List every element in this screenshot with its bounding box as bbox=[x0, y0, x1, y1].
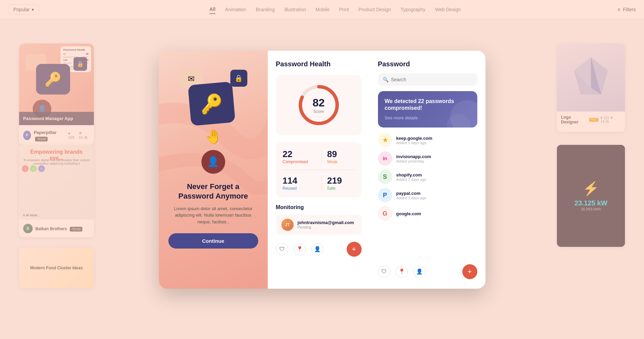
reused-label: Reused bbox=[283, 186, 316, 191]
person-icon: 👤 bbox=[207, 156, 219, 167]
monitoring-item: JT johntravnisma@gmail.com Pending bbox=[276, 215, 362, 235]
score-container: 82 Score bbox=[276, 75, 362, 135]
google-icon: G bbox=[378, 206, 392, 221]
key-card: 🔑 bbox=[188, 81, 235, 126]
passwords-title: Password bbox=[378, 60, 477, 68]
compromised-number: 22 bbox=[283, 149, 316, 159]
hand-icon: 🤚 bbox=[205, 129, 222, 145]
keep-icon: ★ bbox=[378, 133, 392, 147]
health-panel: Password Health 82 Score bbox=[268, 51, 370, 289]
monitoring-status: Pending bbox=[298, 225, 354, 229]
shield-icon-btn[interactable]: 🛡 bbox=[276, 243, 288, 255]
keep-info: keep.google.com Added 3 days ago bbox=[396, 136, 432, 145]
alert-link[interactable]: See more details bbox=[385, 115, 418, 120]
keep-domain: keep.google.com bbox=[396, 136, 432, 141]
compromised-label: Compromised bbox=[283, 159, 316, 164]
monitoring-email: johntravnisma@gmail.com bbox=[298, 220, 354, 225]
shopify-added: Added 2 days ago bbox=[396, 177, 427, 182]
reused-number: 114 bbox=[283, 175, 316, 186]
safe-number: 219 bbox=[327, 175, 355, 186]
add-button2[interactable]: + bbox=[462, 264, 477, 279]
health-bottom-icons: 🛡 📍 👤 + bbox=[276, 242, 362, 257]
monitoring-title: Monitoring bbox=[276, 204, 362, 210]
location-icon-btn[interactable]: 📍 bbox=[294, 243, 306, 255]
monitoring-info: johntravnisma@gmail.com Pending bbox=[298, 220, 354, 229]
stat-reused: 114 Reused bbox=[283, 175, 316, 191]
modal-overlay: ✉ 🔒 🔑 🤚 👤 Never Forget a Password Anymor… bbox=[0, 0, 644, 339]
location-icon-btn2[interactable]: 📍 bbox=[396, 266, 408, 278]
search-box[interactable]: 🔍 bbox=[378, 73, 477, 86]
password-item-invision[interactable]: in invisionapp.com Added yesterday bbox=[378, 151, 477, 166]
invision-added: Added yesterday bbox=[396, 159, 431, 163]
google-info: google.com bbox=[396, 211, 421, 216]
paypal-info: paypal.com Added 3 days ago bbox=[396, 191, 427, 200]
shield-icon-btn2[interactable]: 🛡 bbox=[378, 266, 390, 278]
password-item-paypal[interactable]: P paypal.com Added 3 days ago bbox=[378, 188, 477, 202]
search-icon: 🔍 bbox=[383, 77, 389, 82]
modal-container: ✉ 🔒 🔑 🤚 👤 Never Forget a Password Anymor… bbox=[159, 51, 485, 289]
invision-icon: in bbox=[378, 151, 392, 166]
score-text: 82 Score bbox=[313, 96, 325, 114]
stats-divider bbox=[283, 170, 355, 170]
user-icon-btn2[interactable]: 👤 bbox=[413, 266, 426, 278]
monitoring-section: Monitoring JT johntravnisma@gmail.com Pe… bbox=[276, 204, 362, 235]
passwords-bottom-icons: 🛡 📍 👤 + bbox=[378, 264, 477, 279]
weak-label: Weak bbox=[327, 159, 355, 164]
shopify-domain: shopify.com bbox=[396, 172, 427, 177]
shopify-icon: S bbox=[378, 170, 392, 184]
google-domain: google.com bbox=[396, 211, 421, 216]
health-title: Password Health bbox=[276, 60, 362, 68]
stat-safe: 219 Safe bbox=[321, 175, 355, 191]
stat-weak: 89 Weak bbox=[321, 149, 355, 164]
invision-domain: invisionapp.com bbox=[396, 154, 431, 159]
add-button[interactable]: + bbox=[347, 242, 362, 257]
paypal-domain: paypal.com bbox=[396, 191, 427, 196]
paypal-added: Added 3 days ago bbox=[396, 196, 427, 200]
stats-grid: 22 Compromised 89 Weak 114 Reused 219 Sa… bbox=[276, 142, 362, 198]
safe-label: Safe bbox=[327, 186, 355, 191]
password-list: ★ keep.google.com Added 3 days ago in in… bbox=[378, 133, 477, 221]
password-item-google[interactable]: G google.com bbox=[378, 206, 477, 221]
user-icon-btn[interactable]: 👤 bbox=[311, 243, 324, 255]
person-circle: 👤 bbox=[201, 150, 225, 174]
score-label: Score bbox=[313, 109, 325, 114]
alert-banner: We detected 22 passwords compromised! Se… bbox=[378, 91, 477, 128]
promo-description: Lorem ipsum dolor sit amet, consectetur … bbox=[168, 205, 258, 225]
score-ring: 82 Score bbox=[297, 83, 341, 127]
promo-title: Never Forget a Password Anymore bbox=[168, 182, 258, 201]
shopify-info: shopify.com Added 2 days ago bbox=[396, 172, 427, 182]
passwords-panel: Password 🔍 We detected 22 passwords comp… bbox=[370, 51, 485, 289]
promo-panel: ✉ 🔒 🔑 🤚 👤 Never Forget a Password Anymor… bbox=[159, 51, 268, 289]
stat-compromised: 22 Compromised bbox=[283, 149, 316, 164]
lock-icon: 🔒 bbox=[230, 70, 247, 87]
search-input[interactable] bbox=[391, 77, 473, 82]
continue-button[interactable]: Continue bbox=[168, 233, 258, 249]
weak-number: 89 bbox=[327, 149, 355, 159]
invision-info: invisionapp.com Added yesterday bbox=[396, 154, 431, 163]
monitoring-avatar: JT bbox=[281, 219, 294, 231]
score-number: 82 bbox=[313, 96, 325, 109]
keep-added: Added 3 days ago bbox=[396, 141, 432, 145]
paypal-icon: P bbox=[378, 188, 392, 202]
password-item-shopify[interactable]: S shopify.com Added 2 days ago bbox=[378, 170, 477, 184]
password-item-keep[interactable]: ★ keep.google.com Added 3 days ago bbox=[378, 133, 477, 147]
promo-text-block: Never Forget a Password Anymore Lorem ip… bbox=[168, 182, 258, 249]
